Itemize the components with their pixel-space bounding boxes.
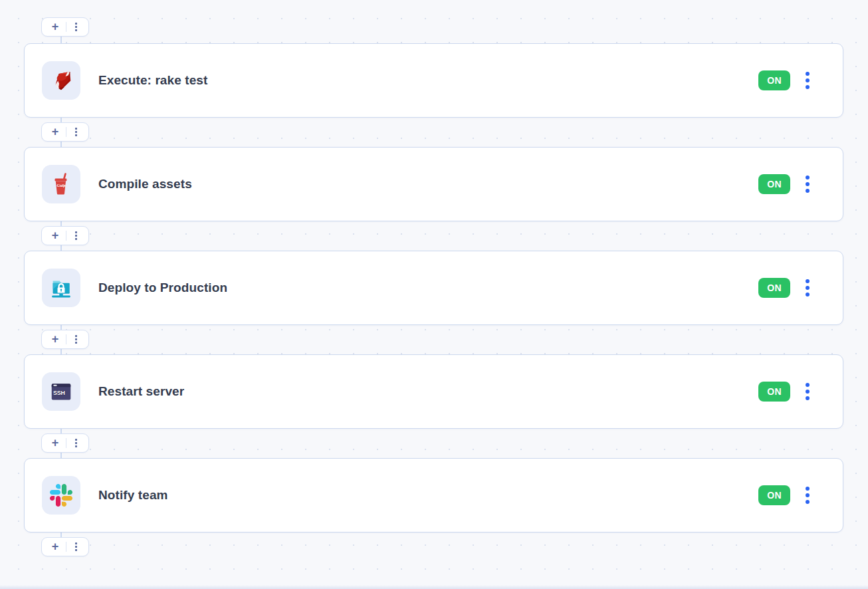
toolbar-divider xyxy=(66,22,66,32)
pipeline-step-card[interactable]: SSH Restart server ON xyxy=(24,354,843,429)
step-title: Deploy to Production xyxy=(98,281,758,295)
insert-slot-bottom: + xyxy=(24,532,843,586)
toggle-on-badge[interactable]: ON xyxy=(758,485,790,505)
toolbar-divider xyxy=(66,231,66,241)
toggle-on-badge[interactable]: ON xyxy=(758,278,790,298)
pipeline-step-card[interactable]: Deploy to Production ON xyxy=(24,251,843,325)
ssh-terminal-icon: SSH xyxy=(42,372,80,411)
pipeline-canvas: + Execute: rake test ON + xyxy=(0,0,868,586)
more-options-button[interactable] xyxy=(71,439,82,447)
insert-action-toolbar[interactable]: + xyxy=(41,330,89,349)
svg-text:Gulp: Gulp xyxy=(57,183,66,187)
gulp-icon: Gulp xyxy=(42,165,80,203)
step-menu-dots-icon[interactable] xyxy=(806,383,810,400)
step-menu-dots-icon[interactable] xyxy=(806,176,810,193)
connector-line xyxy=(60,37,62,43)
pipeline-step-card[interactable]: Execute: rake test ON xyxy=(24,43,843,118)
more-options-button[interactable] xyxy=(71,128,82,136)
more-options-button[interactable] xyxy=(71,542,82,551)
insert-slot: + xyxy=(24,118,843,147)
toggle-on-badge[interactable]: ON xyxy=(758,70,790,90)
insert-slot-top: + xyxy=(24,17,843,43)
more-options-button[interactable] xyxy=(71,335,82,344)
pipeline-step-card[interactable]: Notify team ON xyxy=(24,458,843,532)
add-action-button[interactable]: + xyxy=(48,333,62,346)
svg-text:SSH: SSH xyxy=(53,390,65,396)
insert-action-toolbar[interactable]: + xyxy=(41,226,89,245)
add-action-button[interactable]: + xyxy=(48,437,62,450)
pipeline-step-card[interactable]: Gulp Compile assets ON xyxy=(24,147,843,221)
more-options-button[interactable] xyxy=(71,231,82,240)
insert-action-toolbar[interactable]: + xyxy=(41,433,89,453)
insert-action-toolbar[interactable]: + xyxy=(41,122,89,142)
toggle-on-badge[interactable]: ON xyxy=(758,382,790,402)
deploy-folder-lock-icon xyxy=(42,269,80,307)
step-title: Restart server xyxy=(98,384,758,399)
step-title: Execute: rake test xyxy=(98,73,758,88)
toolbar-divider xyxy=(66,438,66,448)
step-menu-dots-icon[interactable] xyxy=(806,72,810,89)
insert-action-toolbar[interactable]: + xyxy=(41,17,89,37)
step-menu-dots-icon[interactable] xyxy=(806,279,810,296)
step-title: Compile assets xyxy=(98,177,758,191)
insert-slot: + xyxy=(24,221,843,251)
insert-slot: + xyxy=(24,325,843,354)
ruby-icon xyxy=(42,61,80,100)
insert-action-toolbar[interactable]: + xyxy=(41,537,89,556)
slack-icon xyxy=(42,476,80,515)
toolbar-divider xyxy=(66,542,66,552)
add-action-button[interactable]: + xyxy=(48,126,62,139)
toolbar-divider xyxy=(66,334,66,344)
add-action-button[interactable]: + xyxy=(48,540,62,554)
add-action-button[interactable]: + xyxy=(48,21,62,34)
toolbar-divider xyxy=(66,127,66,137)
step-menu-dots-icon[interactable] xyxy=(806,487,810,504)
step-title: Notify team xyxy=(98,488,758,503)
more-options-button[interactable] xyxy=(71,23,82,31)
connector-line xyxy=(60,532,62,537)
add-action-button[interactable]: + xyxy=(48,229,62,243)
toggle-on-badge[interactable]: ON xyxy=(758,174,790,194)
insert-slot: + xyxy=(24,429,843,458)
